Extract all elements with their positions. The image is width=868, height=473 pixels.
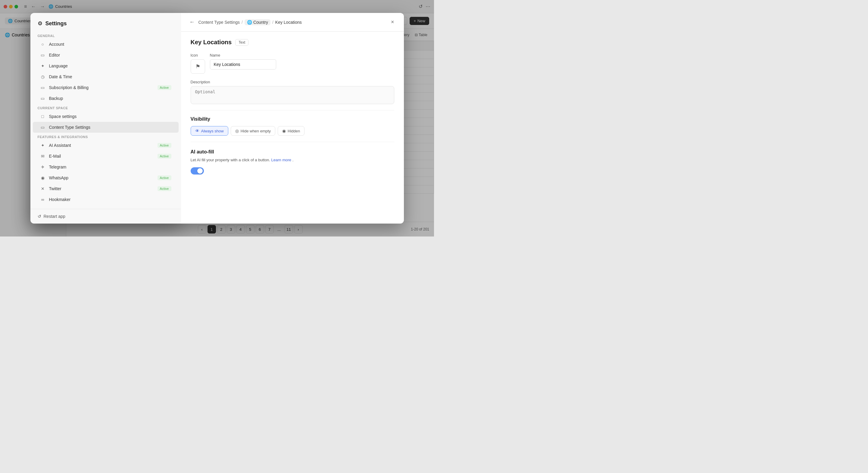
description-input[interactable] [191,86,394,104]
ct-breadcrumb-db[interactable]: 🌐 Country [245,19,271,25]
whatsapp-icon: ◉ [40,175,45,180]
ct-breadcrumb-sep1: / [242,20,243,25]
name-input[interactable] [210,59,276,69]
eye-icon: 👁 [195,129,199,133]
restart-icon: ↺ [38,214,41,219]
ct-type-badge: Text [235,39,248,46]
sidebar-item-hookmaker[interactable]: ∞ Hookmaker [33,194,179,205]
backup-label: Backup [49,96,63,101]
ai-assistant-badge: Active [157,143,172,148]
email-badge: Active [157,154,172,159]
datetime-icon: ◷ [40,74,45,79]
ct-db-name: Country [253,20,268,25]
flag-icon: ⚑ [195,63,200,70]
language-label: Language [49,64,68,68]
hidden-label: Hidden [288,129,300,133]
ct-breadcrumb: Content Type Settings / 🌐 Country / Key … [198,19,302,25]
modal-overlay: ⚙ Settings General ○ Account ▭ Editor ✦ … [0,0,434,236]
current-space-section-label: Current space [30,104,181,111]
settings-title: Settings [45,21,67,27]
visibility-options: 👁 Always show ◎ Hide when empty ◉ Hidden [191,126,394,136]
divider-2 [191,142,394,142]
settings-panel: ⚙ Settings General ○ Account ▭ Editor ✦ … [30,13,181,224]
description-group: Description [191,80,394,104]
ct-field-name: Key Locations [191,39,232,46]
ct-db-globe-icon: 🌐 [247,20,252,25]
sidebar-item-subscription[interactable]: ▭ Subscription & Billing Active [33,82,179,93]
features-section-label: Features & Integrations [30,133,181,140]
sidebar-item-language[interactable]: ✦ Language [33,61,179,71]
sidebar-item-editor[interactable]: ▭ Editor [33,49,179,61]
visibility-hide-when-empty[interactable]: ◎ Hide when empty [231,126,275,136]
visibility-title: Visibility [191,116,394,122]
general-section-label: General [30,32,181,39]
datetime-label: Date & Time [49,74,72,79]
email-icon: ✉ [40,154,45,159]
hide-empty-icon: ◎ [235,129,239,133]
email-label: E-Mail [49,154,61,159]
ai-autofill-section: AI auto-fill Let AI fill your property w… [191,149,394,174]
sidebar-item-whatsapp[interactable]: ◉ WhatsApp Active [33,172,179,183]
ct-breadcrumb-sep2: / [272,20,274,25]
ai-autofill-description: Let AI fill your property with a click o… [191,157,394,163]
content-type-label: Content Type Settings [49,125,91,130]
subscription-icon: ▭ [40,85,45,90]
ct-title-row: Key Locations Text [191,39,394,46]
name-label: Name [210,53,276,58]
hookmaker-icon: ∞ [40,197,45,202]
sidebar-item-ai-assistant[interactable]: ✦ AI Assistant Active [33,140,179,151]
ct-body: Key Locations Text Icon ⚑ Name [181,32,404,224]
ct-close-button[interactable]: × [389,18,397,27]
settings-gear-icon: ⚙ [38,20,42,27]
icon-name-row: Icon ⚑ Name [191,53,394,74]
ai-autofill-title: AI auto-fill [191,149,394,155]
account-icon: ○ [40,42,45,47]
icon-picker[interactable]: ⚑ [191,59,205,74]
content-type-panel: ← Content Type Settings / 🌐 Country / Ke… [181,13,404,224]
subscription-badge: Active [157,85,172,90]
sidebar-item-telegram[interactable]: ✈ Telegram [33,162,179,172]
account-label: Account [49,42,64,47]
space-settings-label: Space settings [49,114,77,119]
ai-assistant-label: AI Assistant [49,143,71,148]
sidebar-item-backup[interactable]: ▭ Backup [33,93,179,104]
telegram-icon: ✈ [40,165,45,169]
twitter-label: Twitter [49,186,61,191]
space-settings-icon: □ [40,114,45,119]
subscription-label: Subscription & Billing [49,85,89,90]
sidebar-item-space-settings[interactable]: □ Space settings [33,111,179,122]
sidebar-item-email[interactable]: ✉ E-Mail Active [33,151,179,162]
ct-back-button[interactable]: ← [188,18,196,27]
description-label: Description [191,80,394,84]
hookmaker-label: Hookmaker [49,197,71,202]
visibility-always-show[interactable]: 👁 Always show [191,126,228,136]
whatsapp-badge: Active [157,175,172,180]
name-group: Name [210,53,276,69]
sidebar-item-twitter[interactable]: ✕ Twitter Active [33,183,179,194]
ai-toggle-wrapper [191,167,394,174]
content-type-icon: ▭ [40,125,45,130]
backup-icon: ▭ [40,96,45,101]
ai-autofill-toggle[interactable] [191,167,204,174]
sidebar-item-datetime[interactable]: ◷ Date & Time [33,71,179,82]
divider-1 [191,110,394,110]
twitter-icon: ✕ [40,186,45,191]
settings-header: ⚙ Settings [30,13,181,32]
icon-group: Icon ⚑ [191,53,205,74]
ct-breadcrumb-parent[interactable]: Content Type Settings [198,20,240,25]
icon-label: Icon [191,53,205,58]
whatsapp-label: WhatsApp [49,175,69,180]
sidebar-item-content-type-settings[interactable]: ▭ Content Type Settings [33,122,179,133]
sidebar-item-account[interactable]: ○ Account [33,39,179,49]
restart-app-button[interactable]: ↺ Restart app [30,209,181,224]
visibility-hidden[interactable]: ◉ Hidden [278,126,305,136]
telegram-label: Telegram [49,165,67,169]
editor-icon: ▭ [40,53,45,58]
ct-breadcrumb-current: Key Locations [275,20,302,25]
restart-label: Restart app [44,214,65,219]
visibility-section: Visibility 👁 Always show ◎ Hide when emp… [191,116,394,136]
learn-more-link[interactable]: Learn more [271,158,291,162]
ai-assistant-icon: ✦ [40,143,45,148]
ct-header: ← Content Type Settings / 🌐 Country / Ke… [181,13,404,32]
hidden-icon: ◉ [282,129,286,133]
